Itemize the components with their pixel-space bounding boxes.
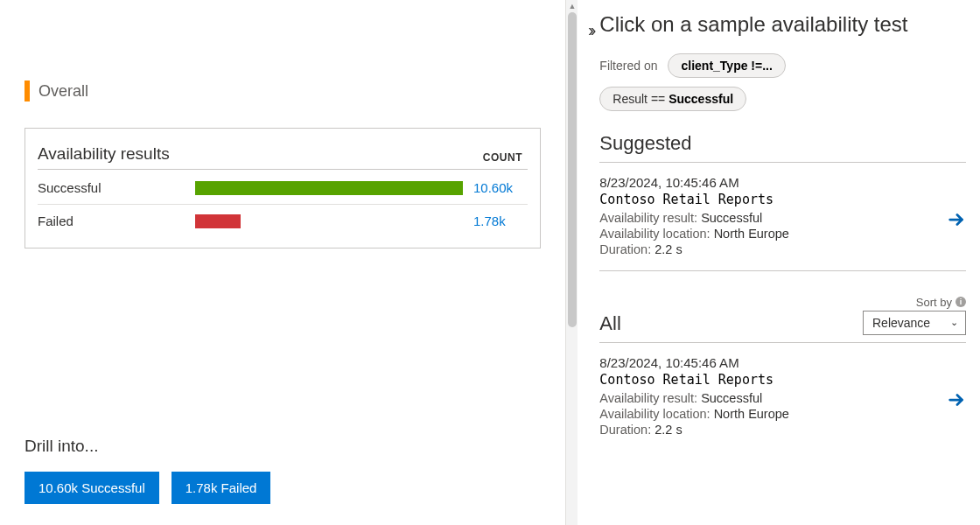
all-header-row: All Sort by i Relevance ⌄ bbox=[599, 296, 966, 343]
drill-failed-button[interactable]: 1.78k Failed bbox=[172, 472, 271, 504]
scrollbar[interactable]: ▲ bbox=[565, 0, 578, 525]
item-timestamp: 8/23/2024, 10:45:46 AM bbox=[599, 355, 942, 370]
result-label: Failed bbox=[38, 214, 195, 228]
collapse-panel-icon[interactable]: ›› bbox=[588, 12, 592, 525]
filter-pill-result[interactable]: Result == Successful bbox=[599, 87, 746, 111]
count-header: COUNT bbox=[483, 151, 528, 164]
sort-by-label: Sort by i bbox=[863, 296, 966, 309]
overall-title: Overall bbox=[38, 82, 88, 101]
overall-accent bbox=[24, 80, 30, 102]
suggested-heading: Suggested bbox=[599, 132, 966, 155]
result-bar-wrap bbox=[195, 214, 473, 228]
item-name: Contoso Retail Reports bbox=[599, 192, 942, 207]
arrow-right-icon[interactable] bbox=[947, 390, 966, 410]
right-pane: ›› Click on a sample availability test F… bbox=[578, 0, 980, 525]
info-icon[interactable]: i bbox=[956, 297, 966, 307]
all-heading: All bbox=[599, 312, 620, 335]
scroll-thumb[interactable] bbox=[568, 12, 577, 327]
result-row-successful[interactable]: Successful 10.60k bbox=[38, 172, 528, 205]
item-name: Contoso Retail Reports bbox=[599, 372, 942, 388]
card-title: Availability results bbox=[38, 144, 170, 164]
filtered-on-label: Filtered on bbox=[599, 59, 657, 73]
filter-row: Filtered on client_Type !=... bbox=[599, 53, 966, 78]
item-timestamp: 8/23/2024, 10:45:46 AM bbox=[599, 175, 942, 190]
right-pane-title: Click on a sample availability test bbox=[599, 12, 966, 38]
suggested-item[interactable]: 8/23/2024, 10:45:46 AM Contoso Retail Re… bbox=[599, 170, 966, 271]
result-row-failed[interactable]: Failed 1.78k bbox=[38, 205, 528, 237]
scroll-up-icon[interactable]: ▲ bbox=[566, 1, 578, 11]
result-bar bbox=[195, 181, 463, 195]
filter-pill-client-type[interactable]: client_Type !=... bbox=[668, 53, 785, 78]
result-label: Successful bbox=[38, 180, 195, 195]
availability-results-card: Availability results COUNT Successful 10… bbox=[24, 128, 541, 248]
drill-title: Drill into... bbox=[24, 437, 270, 456]
result-count[interactable]: 10.60k bbox=[473, 180, 528, 195]
result-count[interactable]: 1.78k bbox=[473, 214, 528, 228]
drill-into-section: Drill into... 10.60k Successful 1.78k Fa… bbox=[24, 437, 270, 504]
result-bar-wrap bbox=[195, 181, 473, 195]
overall-section: Overall Availability results COUNT Succe… bbox=[24, 80, 578, 248]
result-bar bbox=[195, 214, 241, 228]
arrow-right-icon[interactable] bbox=[947, 210, 966, 229]
divider bbox=[599, 162, 966, 163]
all-item[interactable]: 8/23/2024, 10:45:46 AM Contoso Retail Re… bbox=[599, 350, 966, 451]
left-pane: Overall Availability results COUNT Succe… bbox=[0, 0, 578, 525]
drill-successful-button[interactable]: 10.60k Successful bbox=[24, 472, 159, 504]
sort-block: Sort by i Relevance ⌄ bbox=[863, 296, 966, 335]
sort-dropdown[interactable]: Relevance ⌄ bbox=[863, 311, 966, 335]
chevron-down-icon: ⌄ bbox=[950, 317, 958, 328]
